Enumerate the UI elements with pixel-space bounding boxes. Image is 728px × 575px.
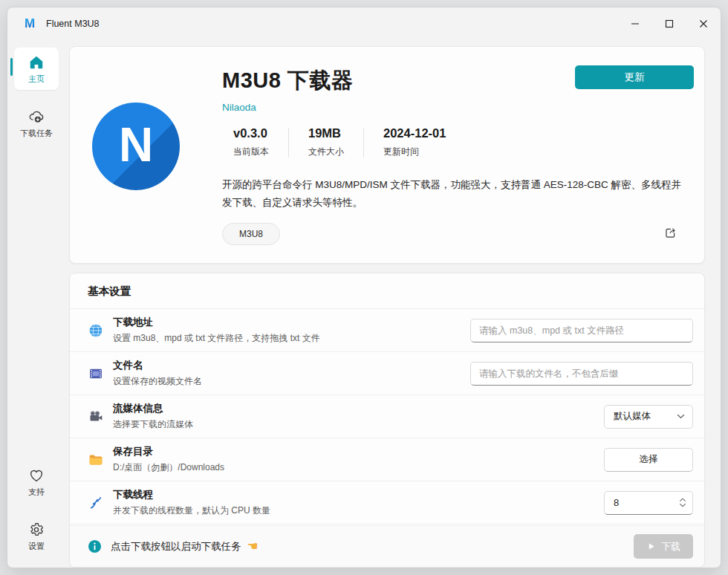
app-description: 开源的跨平台命令行 M3U8/MPD/ISM 文件下载器，功能强大，支持普通 A…: [222, 176, 682, 211]
sidebar-item-label: 主页: [28, 74, 45, 85]
maximize-icon: [665, 19, 674, 28]
cloud-download-icon: [27, 108, 45, 125]
download-hint-row: 点击下载按钮以启动下载任务 ☚ 下载: [70, 525, 704, 567]
thread-icon: [88, 495, 104, 511]
setting-title: 下载地址: [113, 316, 320, 329]
chevron-down-icon: [679, 503, 686, 507]
thread-count-value: 8: [614, 497, 619, 508]
update-button[interactable]: 更新: [575, 65, 694, 89]
logo-letter: N: [119, 121, 153, 169]
home-icon: [28, 54, 45, 71]
setting-subtitle: 并发下载的线程数量，默认为 CPU 数量: [113, 504, 270, 517]
app-hero-card: 更新 N M3U8 下载器 Nilaoda v0.3.0 当前版本: [69, 46, 705, 264]
setting-subtitle: 设置保存的视频文件名: [113, 375, 202, 388]
choose-directory-button[interactable]: 选择: [604, 448, 693, 472]
app-window: M Fluent M3U8 主页: [7, 7, 721, 568]
setting-title: 流媒体信息: [113, 402, 193, 415]
main-content: 更新 N M3U8 下载器 Nilaoda v0.3.0 当前版本: [65, 40, 721, 568]
setting-row-save-dir: 保存目录 D:/桌面（勿删）/Downloads 选择: [70, 438, 704, 481]
app-title: Fluent M3U8: [46, 19, 100, 29]
app-logo-icon: M: [22, 16, 37, 31]
filename-input[interactable]: [470, 362, 693, 386]
author-link[interactable]: Nilaoda: [222, 102, 682, 113]
sidebar-item-download-tasks[interactable]: 下载任务: [14, 102, 59, 144]
sidebar: 主页 下载任务 支持: [7, 40, 65, 568]
close-icon: [699, 19, 708, 28]
setting-subtitle: 选择要下载的流媒体: [113, 418, 193, 431]
sidebar-item-settings[interactable]: 设置: [14, 515, 59, 557]
download-button[interactable]: 下载: [634, 534, 693, 559]
share-icon: [663, 226, 677, 240]
setting-row-stream-info: 流媒体信息 选择要下载的流媒体 默认媒体: [70, 395, 704, 438]
play-icon: [646, 542, 656, 551]
setting-row-filename: 文件名 设置保存的视频文件名: [70, 352, 704, 395]
download-hint-text: 点击下载按钮以启动下载任务: [111, 540, 241, 553]
gear-icon: [28, 522, 45, 538]
maximize-button[interactable]: [652, 7, 686, 40]
setting-row-download-url: 下载地址 设置 m3u8、mpd 或 txt 文件路径，支持拖拽 txt 文件: [70, 309, 704, 352]
basic-settings-card: 基本设置 下载地址 设置 m3u8、m: [69, 273, 705, 568]
titlebar: M Fluent M3U8: [7, 7, 721, 40]
spinner-arrows[interactable]: [679, 498, 686, 507]
media-select-value: 默认媒体: [614, 410, 651, 423]
setting-row-threads: 下载线程 并发下载的线程数量，默认为 CPU 数量 8: [70, 481, 704, 524]
info-icon: [88, 539, 102, 553]
sidebar-item-label: 支持: [28, 487, 45, 498]
download-url-input[interactable]: [470, 319, 693, 342]
app-package-logo: N: [92, 103, 180, 190]
setting-title: 文件名: [113, 359, 202, 372]
folder-icon: [88, 452, 104, 468]
minimize-button[interactable]: [618, 7, 652, 40]
setting-title: 保存目录: [113, 445, 224, 458]
heart-icon: [28, 467, 45, 484]
settings-header: 基本设置: [70, 273, 704, 309]
minimize-icon: [631, 19, 640, 28]
setting-title: 下载线程: [113, 488, 270, 501]
film-strip-icon: [88, 366, 104, 382]
stat-updated: 2024-12-01 更新时间: [364, 126, 465, 158]
download-button-label: 下载: [661, 540, 680, 553]
globe-icon: [88, 322, 104, 339]
window-controls: [618, 7, 721, 40]
thread-count-spinner[interactable]: 8: [604, 491, 693, 515]
sidebar-item-label: 下载任务: [20, 128, 53, 139]
media-select[interactable]: 默认媒体: [604, 405, 693, 429]
stats-row: v0.3.0 当前版本 19MB 文件大小 2024-12-01: [222, 126, 682, 158]
setting-subtitle: 设置 m3u8、mpd 或 txt 文件路径，支持拖拽 txt 文件: [113, 332, 320, 345]
stat-version: v0.3.0 当前版本: [222, 126, 288, 158]
share-button[interactable]: [662, 224, 679, 244]
sidebar-item-label: 设置: [28, 541, 45, 552]
chevron-down-icon: [677, 414, 685, 419]
sidebar-item-home[interactable]: 主页: [14, 48, 59, 90]
close-button[interactable]: [686, 7, 721, 40]
pointing-left-icon: ☚: [247, 539, 259, 554]
stat-filesize: 19MB 文件大小: [289, 126, 363, 158]
chevron-up-icon: [679, 498, 686, 502]
save-dir-path: D:/桌面（勿删）/Downloads: [113, 461, 224, 474]
sidebar-item-support[interactable]: 支持: [14, 461, 59, 503]
tag-m3u8: M3U8: [222, 223, 280, 245]
movie-camera-icon: [88, 409, 104, 425]
